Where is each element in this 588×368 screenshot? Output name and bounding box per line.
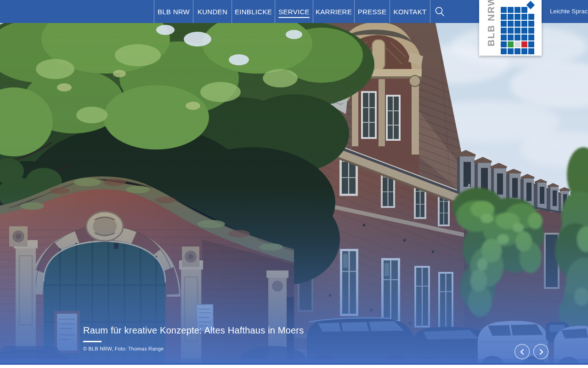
hero-caption: Raum für kreative Konzepte: Altes Haftha… (83, 324, 304, 351)
nav-item-kontakt[interactable]: KONTAKT (390, 0, 430, 23)
chevron-right-icon (538, 349, 544, 355)
carousel-next-button[interactable] (533, 344, 548, 359)
logo-text: BLB NRW (486, 0, 496, 46)
nav-item-einblicke[interactable]: EINBLICKE (232, 0, 275, 23)
footer-edge-strip (0, 363, 588, 365)
carousel-prev-button[interactable] (514, 344, 530, 359)
main-menu: BLB NRW KUNDEN EINBLICKE SERVICE KARRIER… (154, 0, 448, 23)
caption-underline (83, 341, 102, 342)
photo-credit: © BLB NRW, Foto: Thomas Range (83, 346, 304, 351)
chevron-left-icon (519, 349, 526, 355)
search-icon (434, 6, 445, 17)
page: Raum für kreative Konzepte: Altes Haftha… (0, 0, 588, 368)
nav-item-service[interactable]: SERVICE (275, 0, 313, 23)
hero-photo (0, 23, 588, 364)
pixel-grid-logo-icon: BLB NRW (479, 0, 542, 56)
search-button[interactable] (430, 0, 448, 23)
nav-item-blb-nrw[interactable]: BLB NRW (154, 0, 193, 23)
nav-item-presse[interactable]: PRESSE (354, 0, 390, 23)
hero-title: Raum für kreative Konzepte: Altes Haftha… (83, 324, 304, 336)
nav-item-karriere[interactable]: KARRIERE (313, 0, 354, 23)
nav-item-kunden[interactable]: KUNDEN (193, 0, 232, 23)
blb-nrw-logo[interactable]: BLB NRW (479, 0, 542, 56)
easy-language-link[interactable]: Leichte Sprache (550, 0, 588, 23)
